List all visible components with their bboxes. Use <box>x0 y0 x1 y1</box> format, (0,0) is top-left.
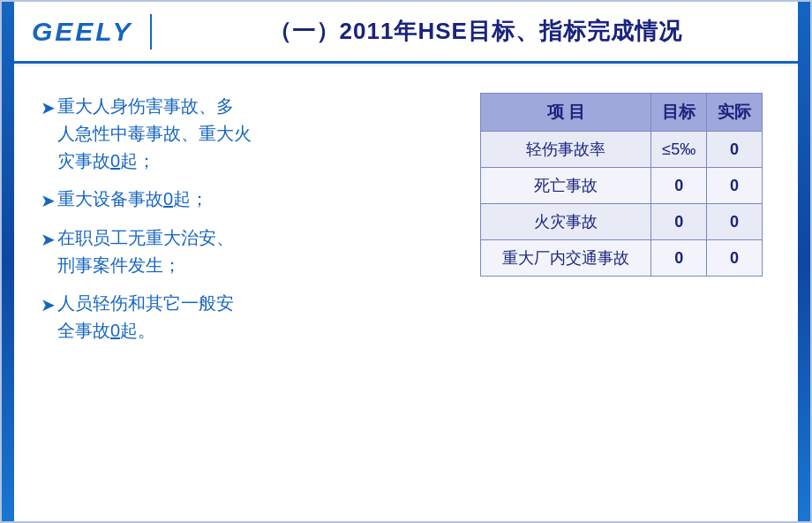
row2-actual: 0 <box>707 168 763 204</box>
page-title: （一）2011年HSE目标、指标完成情况 <box>169 16 780 47</box>
row4-target: 0 <box>651 240 707 277</box>
bullet-item-3: ➤ 在职员工无重大治安、刑事案件发生； <box>41 224 445 279</box>
right-accent-bar <box>798 2 810 521</box>
bullet-arrow-1: ➤ <box>41 95 56 121</box>
bullet-arrow-4: ➤ <box>41 292 56 318</box>
bullet-item-1: ➤ 重大人身伤害事故、多人急性中毒事故、重大火灾事故0起； <box>41 93 445 175</box>
row2-target: 0 <box>651 168 707 204</box>
row1-actual: 0 <box>707 132 763 168</box>
row3-actual: 0 <box>707 204 763 240</box>
bullet-text-2: 重大设备事故0起； <box>57 186 208 213</box>
left-accent-bar <box>2 2 14 521</box>
bullet-item-4: ➤ 人员轻伤和其它一般安全事故0起。 <box>41 290 445 345</box>
col-header-target: 目标 <box>651 94 707 132</box>
table-row: 重大厂内交通事故 0 0 <box>481 240 763 277</box>
row3-item: 火灾事故 <box>481 204 651 240</box>
table-row: 死亡事故 0 0 <box>481 168 763 204</box>
logo: GEELY <box>32 17 132 47</box>
table-header-row: 项 目 目标 实际 <box>481 94 763 132</box>
right-content: 项 目 目标 实际 轻伤事故率 ≤5‰ 0 死亡事故 0 0 <box>471 84 771 504</box>
table-row: 轻伤事故率 ≤5‰ 0 <box>481 132 763 168</box>
content-area: ➤ 重大人身伤害事故、多人急性中毒事故、重大火灾事故0起； ➤ 重大设备事故0起… <box>14 66 798 521</box>
header-divider <box>150 14 152 49</box>
bullet-arrow-2: ➤ <box>41 187 56 214</box>
row2-item: 死亡事故 <box>481 168 651 204</box>
row4-actual: 0 <box>707 240 763 277</box>
slide-container: GEELY （一）2011年HSE目标、指标完成情况 ➤ 重大人身伤害事故、多人… <box>0 0 812 523</box>
row4-item: 重大厂内交通事故 <box>481 240 651 277</box>
row1-item: 轻伤事故率 <box>481 132 651 168</box>
left-content: ➤ 重大人身伤害事故、多人急性中毒事故、重大火灾事故0起； ➤ 重大设备事故0起… <box>41 84 445 504</box>
hse-table: 项 目 目标 实际 轻伤事故率 ≤5‰ 0 死亡事故 0 0 <box>480 93 763 277</box>
bullet-text-3: 在职员工无重大治安、刑事案件发生； <box>57 224 234 279</box>
header: GEELY （一）2011年HSE目标、指标完成情况 <box>14 2 798 64</box>
bullet-item-2: ➤ 重大设备事故0起； <box>41 186 445 214</box>
col-header-actual: 实际 <box>707 94 763 132</box>
bullet-arrow-3: ➤ <box>41 226 56 253</box>
row3-target: 0 <box>651 204 707 240</box>
row1-target: ≤5‰ <box>651 132 707 168</box>
table-row: 火灾事故 0 0 <box>481 204 763 240</box>
bullet-text-1: 重大人身伤害事故、多人急性中毒事故、重大火灾事故0起； <box>57 93 252 175</box>
bullet-text-4: 人员轻伤和其它一般安全事故0起。 <box>57 290 234 345</box>
col-header-item: 项 目 <box>481 94 651 132</box>
